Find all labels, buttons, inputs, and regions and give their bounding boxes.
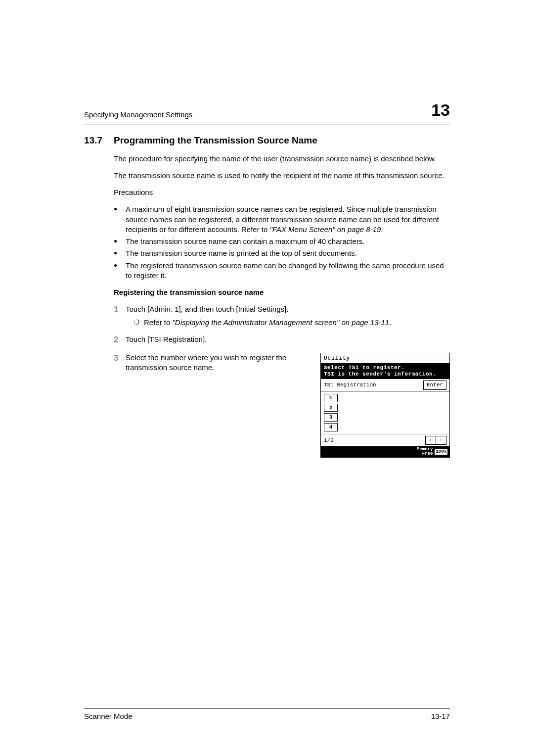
cross-reference: "FAX Menu Screen" on page 8-19 [270, 225, 381, 234]
footer-left: Scanner Mode [84, 711, 133, 721]
footer-page-number: 13-17 [431, 711, 450, 721]
section-title: Programming the Transmission Source Name [114, 134, 317, 147]
intro-paragraph-2: The transmission source name is used to … [114, 171, 450, 181]
step-item: 2 Touch [TSI Registration]. [114, 334, 450, 346]
arrow-up-icon[interactable]: ↑ [436, 436, 446, 445]
chapter-number: 13 [431, 99, 450, 122]
arrow-down-icon[interactable]: ↓ [425, 436, 436, 445]
step-text: Touch [Admin. 1], and then touch [Initia… [126, 304, 450, 314]
substep-text-post: . [389, 318, 391, 327]
bullet-text-post: . [381, 225, 383, 234]
step-text: Select the number where you wish to regi… [126, 353, 309, 458]
step-number: 1 [114, 304, 126, 328]
step-item: 1 Touch [Admin. 1], and then touch [Init… [114, 304, 450, 328]
subsection-heading: Registering the transmission source name [114, 287, 450, 297]
lcd-screenshot: Utility Select TSI to register. TSI is t… [320, 353, 450, 458]
step-number: 2 [114, 334, 126, 346]
bullet-text: The transmission source name is printed … [126, 249, 357, 257]
bullet-text: The transmission source name can contain… [126, 237, 365, 245]
list-item: The transmission source name is printed … [114, 248, 450, 258]
header-rule [84, 125, 450, 125]
list-item: The registered transmission source name … [114, 261, 450, 281]
substep-text-pre: Refer to [144, 318, 173, 327]
lcd-instruction: Select TSI to register. TSI is the sende… [321, 363, 449, 379]
slot-button-3[interactable]: 3 [324, 413, 338, 422]
slot-button-4[interactable]: 4 [324, 423, 338, 431]
slot-button-2[interactable]: 2 [324, 404, 338, 412]
page-indicator: 1/2 [324, 437, 334, 444]
substep-marker-icon: ❍ [134, 318, 140, 328]
footer-rule [84, 708, 450, 709]
cross-reference: "Displaying the Administrator Management… [173, 318, 390, 327]
list-item: A maximum of eight transmission source n… [114, 204, 450, 235]
memory-label: Memory Free [417, 447, 433, 456]
breadcrumb: Specifying Management Settings [84, 110, 192, 122]
enter-button[interactable]: Enter [423, 380, 446, 390]
lcd-row-label: TSI Registration [324, 381, 376, 389]
precautions-list: A maximum of eight transmission source n… [114, 204, 450, 281]
list-item: The transmission source name can contain… [114, 236, 450, 246]
step-text: Touch [TSI Registration]. [126, 334, 450, 346]
slot-button-1[interactable]: 1 [324, 394, 338, 402]
lcd-title: Utility [321, 353, 449, 363]
intro-paragraph-1: The procedure for specifying the name of… [114, 154, 450, 164]
memory-value: 100% [435, 449, 447, 455]
step-number: 3 [114, 353, 126, 458]
section-number: 13.7 [84, 134, 114, 147]
bullet-text: The registered transmission source name … [126, 261, 444, 280]
step-item: 3 Select the number where you wish to re… [114, 353, 450, 458]
precautions-label: Precautions [114, 188, 450, 197]
